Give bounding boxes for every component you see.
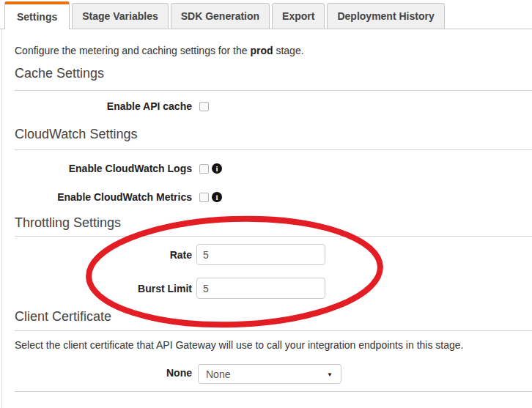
panel-left-border	[1, 29, 2, 408]
red-circle-annotation	[83, 213, 386, 330]
enable-cloudwatch-metrics-label: Enable CloudWatch Metrics	[0, 191, 192, 203]
tab-deployment-history[interactable]: Deployment History	[327, 3, 444, 29]
tab-bar: Settings Stage Variables SDK Generation …	[4, 1, 532, 29]
intro-text: Configure the metering and caching setti…	[15, 43, 304, 58]
section-divider	[15, 236, 532, 237]
enable-cloudwatch-logs-checkbox[interactable]	[199, 164, 209, 174]
info-icon[interactable]: i	[212, 163, 222, 174]
enable-cloudwatch-logs-label: Enable CloudWatch Logs	[0, 163, 192, 174]
client-certificate-description: Select the client certificate that API G…	[15, 338, 463, 352]
chevron-down-icon: ▼	[327, 371, 333, 378]
enable-cloudwatch-metrics-checkbox[interactable]	[199, 193, 209, 202]
intro-text-before: Configure the metering and caching setti…	[15, 45, 250, 56]
client-certificate-heading: Client Certificate	[15, 309, 111, 324]
cloudwatch-settings-heading: CloudWatch Settings	[15, 127, 137, 142]
rate-input[interactable]	[196, 244, 325, 265]
tab-settings[interactable]: Settings	[4, 1, 70, 29]
rate-label: Rate	[0, 249, 192, 261]
tab-stage-variables[interactable]: Stage Variables	[72, 3, 169, 29]
cache-settings-heading: Cache Settings	[15, 66, 104, 81]
tab-sdk-generation[interactable]: SDK Generation	[171, 3, 270, 29]
tab-export[interactable]: Export	[272, 3, 325, 29]
enable-api-cache-label: Enable API cache	[0, 100, 192, 112]
enable-api-cache-checkbox[interactable]	[199, 102, 209, 111]
client-certificate-label: None	[0, 367, 192, 379]
info-icon[interactable]: i	[212, 192, 222, 202]
stage-settings-page: Settings Stage Variables SDK Generation …	[0, 0, 532, 408]
intro-text-after: stage.	[273, 45, 304, 56]
stage-name: prod	[250, 45, 273, 56]
burst-limit-label: Burst Limit	[0, 283, 192, 294]
burst-limit-input[interactable]	[196, 278, 325, 299]
selected-option-label: None	[206, 368, 230, 380]
section-divider	[15, 90, 532, 91]
section-divider	[15, 330, 532, 331]
client-certificate-select[interactable]: None ▼	[198, 364, 341, 384]
throttling-settings-heading: Throttling Settings	[15, 215, 121, 231]
section-divider	[15, 391, 532, 392]
section-divider	[15, 149, 532, 150]
